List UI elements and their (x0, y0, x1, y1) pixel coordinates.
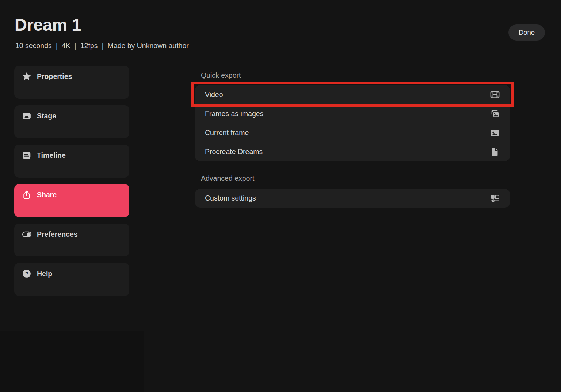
star-icon (22, 71, 32, 81)
sidebar-item-timeline[interactable]: Timeline (14, 145, 129, 178)
project-meta: 10 seconds|4K|12fps|Made by Unknown auth… (15, 42, 189, 50)
meta-separator: | (70, 42, 80, 50)
export-row-label: Procreate Dreams (205, 148, 263, 156)
svg-text:?: ? (25, 271, 28, 277)
export-row-video[interactable]: Video (195, 85, 510, 104)
export-row-label: Video (205, 91, 223, 99)
export-row-frames-as-images[interactable]: Frames as images (195, 104, 510, 123)
share-icon (22, 190, 32, 200)
film-icon (490, 90, 500, 100)
section-title-quick-export: Quick export (201, 71, 241, 80)
meta-resolution: 4K (62, 42, 70, 50)
sidebar-item-label: Preferences (37, 230, 78, 239)
sidebar-item-label: Timeline (37, 151, 66, 160)
sidebar-item-stage[interactable]: Stage (14, 105, 129, 138)
done-button[interactable]: Done (508, 24, 545, 41)
sidebar-item-share[interactable]: Share (14, 184, 129, 217)
meta-duration: 10 seconds (15, 42, 52, 50)
export-row-label: Current frame (205, 129, 249, 137)
photo-icon (490, 128, 500, 138)
export-row-procreate-dreams[interactable]: Procreate Dreams (195, 142, 510, 161)
sidebar: Properties Stage Timeline (14, 66, 129, 296)
sidebar-item-preferences[interactable]: Preferences (14, 224, 129, 256)
export-row-label: Custom settings (205, 194, 256, 202)
meta-separator: | (52, 42, 62, 50)
export-row-custom-settings[interactable]: Custom settings (195, 189, 510, 208)
sidebar-item-properties[interactable]: Properties (14, 66, 129, 99)
sliders-icon (490, 193, 500, 203)
section-title-advanced-export: Advanced export (201, 174, 254, 183)
meta-fps: 12fps (80, 42, 98, 50)
sidebar-item-label: Stage (37, 112, 56, 120)
toggle-icon (22, 229, 32, 239)
meta-separator: | (98, 42, 107, 50)
photos-stack-icon (490, 109, 500, 119)
sidebar-item-label: Help (37, 270, 52, 278)
export-row-label: Frames as images (205, 110, 263, 118)
advanced-export-group: Custom settings (195, 189, 510, 208)
page-title: Dream 1 (15, 15, 81, 35)
sidebar-item-help[interactable]: ? Help (14, 263, 129, 296)
question-icon: ? (22, 269, 32, 279)
stage-icon (22, 111, 32, 121)
timeline-icon (22, 150, 32, 160)
dimmed-background-remnant (0, 331, 144, 392)
export-row-current-frame[interactable]: Current frame (195, 123, 510, 142)
share-export-screen: Dream 1 10 seconds|4K|12fps|Made by Unkn… (0, 0, 561, 392)
quick-export-group: Video Frames as images Current frame Pro… (195, 85, 510, 161)
sidebar-item-label: Share (37, 191, 57, 199)
meta-author: Made by Unknown author (108, 42, 189, 50)
sidebar-item-label: Properties (37, 72, 72, 81)
document-icon (490, 147, 500, 157)
